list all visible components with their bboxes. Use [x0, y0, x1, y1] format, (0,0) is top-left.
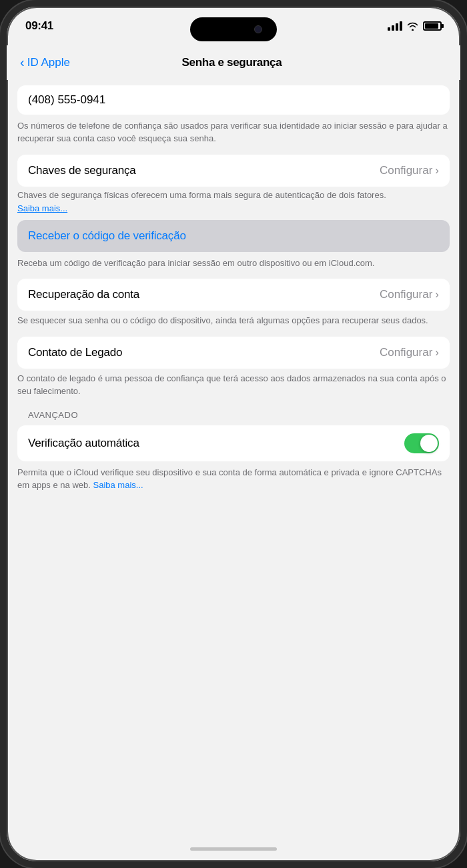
legacy-contact-action-label: Configurar [380, 346, 432, 359]
wifi-icon [407, 22, 418, 31]
account-recovery-card: Recuperação da conta Configurar › [17, 279, 450, 311]
home-indicator [190, 847, 277, 851]
legacy-contact-card: Contato de Legado Configurar › [17, 337, 450, 369]
legacy-contact-row[interactable]: Contato de Legado Configurar › [17, 337, 450, 369]
phone-number-value: (408) 555-0941 [28, 93, 105, 106]
auto-verification-label: Verificação automática [28, 437, 139, 450]
security-keys-description: Chaves de segurança físicas oferecem uma… [17, 189, 450, 202]
verification-code-label: Receber o código de verificação [28, 229, 186, 243]
security-keys-learn-more[interactable]: Saiba mais... [17, 203, 450, 213]
security-keys-card: Chaves de segurança Configurar › [17, 155, 450, 187]
security-keys-action[interactable]: Configurar › [380, 164, 439, 177]
legacy-contact-chevron-icon: › [435, 346, 439, 359]
account-recovery-chevron-icon: › [435, 288, 439, 301]
legacy-contact-description: O contato de legado é uma pessoa de conf… [17, 373, 450, 398]
verification-code-card[interactable]: Receber o código de verificação [17, 220, 450, 252]
account-recovery-action[interactable]: Configurar › [380, 288, 439, 301]
phone-description: Os números de telefone de confiança são … [17, 120, 450, 145]
status-time: 09:41 [25, 19, 53, 33]
battery-fill [425, 23, 438, 29]
auto-verification-toggle[interactable] [404, 433, 439, 453]
account-recovery-action-label: Configurar [380, 288, 432, 301]
status-icons [388, 21, 442, 31]
phone-number-card: (408) 555-0941 [17, 85, 450, 115]
verification-code-row[interactable]: Receber o código de verificação [17, 220, 450, 252]
security-keys-label: Chaves de segurança [28, 164, 136, 177]
account-recovery-row[interactable]: Recuperação da conta Configurar › [17, 279, 450, 311]
front-camera [254, 25, 262, 33]
battery-icon [423, 21, 442, 31]
advanced-section-header: AVANÇADO [7, 407, 460, 425]
security-keys-action-label: Configurar [380, 164, 432, 177]
content-area: (408) 555-0941 Os números de telefone de… [7, 80, 460, 511]
toggle-thumb [420, 435, 438, 452]
nav-bar: ‹ ID Apple Senha e segurança [7, 45, 460, 80]
security-keys-row[interactable]: Chaves de segurança Configurar › [17, 155, 450, 187]
legacy-contact-action[interactable]: Configurar › [380, 346, 439, 359]
auto-verification-row: Verificação automática [17, 425, 450, 461]
account-recovery-description: Se esquecer sua senha ou o código do dis… [17, 315, 450, 327]
auto-verification-description: Permita que o iCloud verifique seu dispo… [17, 467, 450, 492]
signal-icon [388, 21, 402, 31]
security-keys-chevron-icon: › [435, 164, 439, 177]
auto-verification-card: Verificação automática [17, 425, 450, 461]
phone-frame: 09:41 ‹ ID Apple Se [0, 0, 467, 868]
account-recovery-label: Recuperação da conta [28, 288, 139, 301]
auto-verification-learn-more[interactable]: Saiba mais... [93, 480, 143, 490]
verification-code-description: Receba um código de verificação para ini… [17, 257, 450, 270]
page-title: Senha e segurança [17, 56, 447, 69]
legacy-contact-label: Contato de Legado [28, 346, 122, 359]
dynamic-island [190, 17, 277, 41]
